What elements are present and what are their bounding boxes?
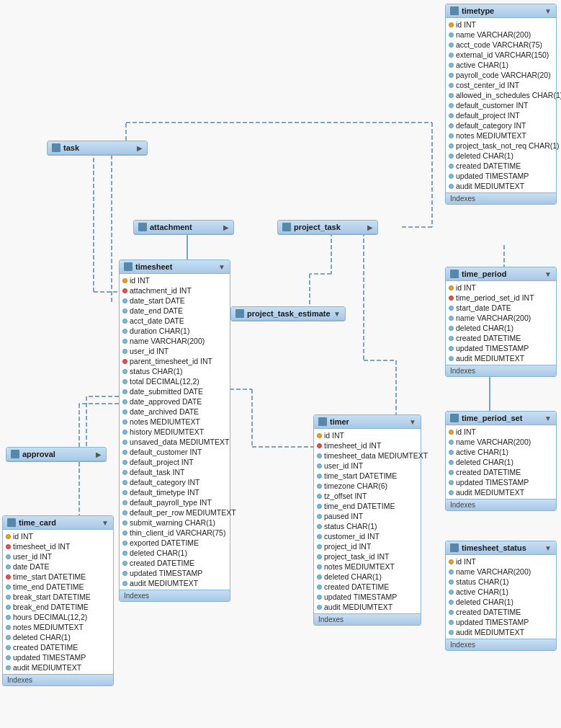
table-task-name: task (63, 143, 134, 152)
field-time-period-set-name: name VARCHAR(200) (446, 437, 556, 447)
table-approval-header[interactable]: approval ▶ (6, 448, 106, 461)
field-timer-id: id INT (314, 430, 421, 440)
field-time-period-updated: updated TIMESTAMP (446, 343, 556, 353)
dot-normal (122, 500, 127, 505)
dot-normal (449, 356, 454, 361)
table-time-period-body: id INT time_period_set_id INT start_date… (446, 281, 556, 365)
table-time-period-footer[interactable]: Indexes (446, 365, 556, 376)
field-timesheet-date-archived: date_archived DATE (120, 407, 230, 417)
field-timer-notes: notes MEDIUMTEXT (314, 561, 421, 572)
field-time-period-start-date: start_date DATE (446, 303, 556, 313)
field-timesheet-history: history MEDIUMTEXT (120, 427, 230, 437)
table-project-task-header[interactable]: project_task ▶ (278, 221, 377, 234)
dot-normal (122, 420, 127, 425)
field-timesheet-def-task: default_task INT (120, 467, 230, 477)
field-timesheet-def-payroll: default_payroll_type INT (120, 497, 230, 507)
table-time-period-set[interactable]: time_period_set ▼ id INT name VARCHAR(20… (445, 411, 557, 511)
dot-normal (317, 504, 322, 509)
table-timesheet-status-footer[interactable]: Indexes (446, 639, 556, 650)
field-timesheet-status-created: created DATETIME (446, 607, 556, 617)
table-attachment-header[interactable]: attachment ▶ (134, 221, 233, 234)
table-project-task-estimate-name: project_task_estimate (247, 309, 331, 318)
table-time-period-header[interactable]: time_period ▼ (446, 267, 556, 281)
table-timesheet-status-header[interactable]: timesheet_status ▼ (446, 541, 556, 555)
dot-normal (317, 484, 322, 489)
dot-normal (449, 336, 454, 341)
table-timesheet-status[interactable]: timesheet_status ▼ id INT name VARCHAR(2… (445, 541, 557, 651)
field-time-card-time-start: time_start DATETIME (3, 572, 113, 582)
table-project-task-estimate[interactable]: project_task_estimate ▼ (230, 306, 346, 321)
field-time-card-audit: audit MEDIUMTEXT (3, 662, 113, 672)
table-time-period-set-footer[interactable]: Indexes (446, 499, 556, 510)
table-time-card[interactable]: time_card ▼ id INT timesheet_id INT user… (2, 515, 114, 686)
dot-pk (449, 430, 454, 435)
field-timer-status: status CHAR(1) (314, 521, 421, 531)
dot-normal (317, 494, 322, 499)
table-time-period-set-header[interactable]: time_period_set ▼ (446, 412, 556, 425)
field-time-period-set-updated: updated TIMESTAMP (446, 477, 556, 487)
field-time-card-created: created DATETIME (3, 642, 113, 652)
field-time-period-set-deleted: deleted CHAR(1) (446, 457, 556, 467)
dot-normal (122, 460, 127, 465)
dot-pk (449, 285, 454, 290)
dot-normal (122, 480, 127, 485)
table-project-task-estimate-header[interactable]: project_task_estimate ▼ (231, 307, 345, 321)
table-timesheet-footer[interactable]: Indexes (120, 590, 230, 601)
project-task-expand-icon: ▶ (367, 223, 373, 231)
dot-normal (6, 665, 11, 670)
field-timer-project-id: project_id INT (314, 541, 421, 551)
table-timesheet-header[interactable]: timesheet ▼ (120, 260, 230, 274)
dot-normal (6, 564, 11, 569)
field-timesheet-exported: exported DATETIME (120, 538, 230, 548)
dot-normal (449, 73, 454, 78)
table-time-period-set-body: id INT name VARCHAR(200) active CHAR(1) … (446, 425, 556, 499)
table-timetype-footer[interactable]: Indexes (446, 192, 556, 204)
table-time-card-header[interactable]: time_card ▼ (3, 516, 113, 530)
diagram-container: task ▶ attachment ▶ project_task ▶ proje… (0, 0, 561, 728)
field-time-card-deleted: deleted CHAR(1) (3, 632, 113, 642)
field-timer-deleted: deleted CHAR(1) (314, 572, 421, 582)
field-timesheet-created: created DATETIME (120, 558, 230, 568)
field-timetype-updated: updated TIMESTAMP (446, 171, 556, 181)
field-timetype-id: id INT (446, 19, 556, 30)
table-time-card-footer[interactable]: Indexes (3, 674, 113, 685)
dot-normal (317, 605, 322, 610)
field-timetype-audit: audit MEDIUMTEXT (446, 181, 556, 191)
field-timesheet-duration: duration CHAR(1) (120, 326, 230, 336)
table-timetype-header[interactable]: timetype ▼ (446, 4, 556, 18)
table-timer-header[interactable]: timer ▼ (314, 415, 421, 429)
field-timer-user-id: user_id INT (314, 461, 421, 471)
dot-normal (122, 399, 127, 404)
field-timesheet-def-category: default_category INT (120, 477, 230, 487)
field-timesheet-def-project: default_project INT (120, 457, 230, 467)
time-period-set-expand-icon: ▼ (544, 414, 552, 422)
table-time-period[interactable]: time_period ▼ id INT time_period_set_id … (445, 267, 557, 377)
approval-expand-icon: ▶ (96, 450, 102, 458)
project-task-estimate-expand-icon: ▼ (333, 310, 341, 318)
dot-fk (6, 574, 11, 580)
table-approval[interactable]: approval ▶ (6, 447, 107, 462)
table-timer-footer[interactable]: Indexes (314, 613, 421, 625)
table-timetype-body: id INT name VARCHAR(200) acct_code VARCH… (446, 18, 556, 192)
dot-normal (6, 595, 11, 600)
dot-normal (317, 595, 322, 600)
table-task-header[interactable]: task ▶ (48, 141, 147, 155)
table-task[interactable]: task ▶ (47, 141, 148, 156)
time-period-expand-icon: ▼ (544, 270, 552, 278)
dot-normal (122, 450, 127, 455)
dot-normal (449, 470, 454, 475)
table-timesheet[interactable]: timesheet ▼ id INT attachment_id INT dat… (119, 259, 230, 602)
timetype-expand-icon: ▼ (544, 7, 552, 15)
field-timer-project-task-id: project_task_id INT (314, 551, 421, 561)
dot-normal (317, 463, 322, 469)
field-time-period-set-created: created DATETIME (446, 467, 556, 477)
table-project-task[interactable]: project_task ▶ (277, 220, 378, 235)
table-timetype[interactable]: timetype ▼ id INT name VARCHAR(200) acct… (445, 4, 557, 205)
table-attachment[interactable]: attachment ▶ (133, 220, 234, 235)
field-timer-updated: updated TIMESTAMP (314, 592, 421, 602)
dot-normal (449, 316, 454, 321)
table-timer[interactable]: timer ▼ id INT timesheet_id INT timeshee… (313, 414, 421, 626)
dot-normal (449, 133, 454, 138)
field-timetype-proj-task-not-req: project_task_not_req CHAR(1) (446, 141, 556, 151)
dot-normal (449, 174, 454, 179)
